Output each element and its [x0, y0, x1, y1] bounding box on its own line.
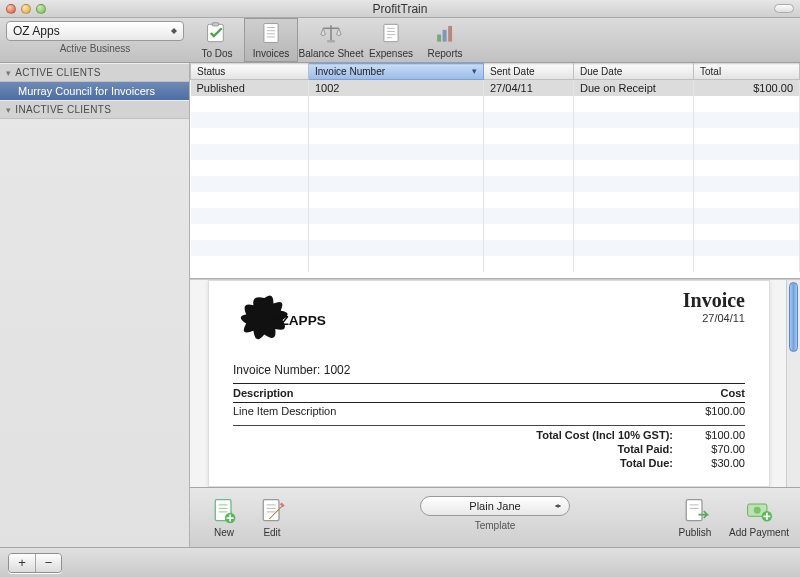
remove-client-button[interactable]: −	[35, 554, 61, 572]
invoice-preview: OZAPPS Invoice 27/04/11 Invoice Number: …	[190, 279, 800, 487]
table-row-empty	[191, 192, 800, 208]
close-window-button[interactable]	[6, 4, 16, 14]
sidebar-client-item[interactable]: Murray Council for Invoicers	[0, 82, 189, 100]
document-plus-icon	[209, 497, 239, 525]
cell-number: 1002	[309, 80, 484, 97]
company-logo: OZAPPS	[233, 289, 343, 349]
business-selector-value: OZ Apps	[13, 24, 60, 38]
add-client-button[interactable]: +	[9, 554, 35, 572]
svg-rect-15	[437, 34, 441, 41]
summary-total-cost: $100.00	[685, 429, 745, 441]
table-row-empty	[191, 240, 800, 256]
preview-invoice-number: Invoice Number: 1002	[233, 363, 745, 377]
toolbar-todos-label: To Dos	[201, 48, 232, 59]
line-description: Line Item Description	[233, 403, 665, 420]
titlebar: ProfitTrain	[0, 0, 800, 18]
todos-icon	[204, 22, 230, 46]
preview-col-cost: Cost	[665, 384, 745, 403]
svg-rect-2	[264, 23, 278, 42]
table-row-empty	[191, 128, 800, 144]
sidebar: ACTIVE CLIENTSMurray Council for Invoice…	[0, 63, 190, 547]
new-invoice-button[interactable]: New	[200, 497, 248, 538]
business-selector[interactable]: OZ Apps	[6, 21, 184, 41]
column-status[interactable]: Status	[191, 64, 309, 80]
column-due[interactable]: Due Date	[574, 64, 694, 80]
logo-text: OZAPPS	[270, 314, 326, 329]
minimize-window-button[interactable]	[21, 4, 31, 14]
toolbar-balance-label: Balance Sheet	[298, 48, 363, 59]
toolbar: OZ Apps Active Business To DosInvoicesBa…	[0, 18, 800, 63]
expenses-icon	[378, 22, 404, 46]
template-selector[interactable]: Plain Jane	[420, 496, 570, 516]
toolbar-expenses-label: Expenses	[369, 48, 413, 59]
summary-total-paid: $70.00	[685, 443, 745, 455]
add-remove-segment: + −	[8, 553, 62, 573]
preview-line-item: Line Item Description$100.00	[233, 403, 745, 420]
invoices-icon	[258, 22, 284, 46]
svg-point-32	[754, 507, 761, 514]
publish-button[interactable]: Publish	[664, 497, 726, 538]
add-payment-button[interactable]: Add Payment	[728, 497, 790, 538]
table-row-empty	[191, 224, 800, 240]
template-selector-label: Template	[420, 520, 570, 531]
svg-rect-27	[280, 503, 285, 508]
preview-col-description: Description	[233, 384, 665, 403]
toolbar-toggle-button[interactable]	[774, 4, 794, 13]
table-row-empty	[191, 208, 800, 224]
scrollbar-thumb[interactable]	[789, 282, 798, 352]
cell-sent: 27/04/11	[484, 80, 574, 97]
business-selector-area: OZ Apps Active Business	[0, 18, 190, 62]
sidebar-section-header[interactable]: INACTIVE CLIENTS	[0, 100, 189, 119]
toolbar-invoices-button[interactable]: Invoices	[244, 18, 298, 62]
summary-total-paid-label: Total Paid:	[618, 443, 673, 455]
svg-rect-9	[327, 40, 335, 42]
toolbar-reports-button[interactable]: Reports	[418, 18, 472, 62]
reports-icon	[432, 22, 458, 46]
table-row-empty	[191, 96, 800, 112]
column-sent[interactable]: Sent Date	[484, 64, 574, 80]
new-invoice-label: New	[214, 527, 234, 538]
edit-invoice-label: Edit	[263, 527, 280, 538]
money-plus-icon	[744, 497, 774, 525]
table-row[interactable]: Published100227/04/11Due on Receipt$100.…	[191, 80, 800, 97]
cell-status: Published	[191, 80, 309, 97]
toolbar-invoices-label: Invoices	[253, 48, 290, 59]
summary-total-due-label: Total Due:	[620, 457, 673, 469]
template-selector-value: Plain Jane	[469, 500, 520, 512]
preview-scrollbar[interactable]	[786, 280, 800, 487]
svg-rect-16	[443, 29, 447, 41]
balance-icon	[318, 22, 344, 46]
business-selector-label: Active Business	[6, 43, 184, 54]
table-row-empty	[191, 112, 800, 128]
toolbar-expenses-button[interactable]: Expenses	[364, 18, 418, 62]
line-cost: $100.00	[665, 403, 745, 420]
svg-rect-10	[384, 24, 398, 41]
column-number[interactable]: Invoice Number	[309, 64, 484, 80]
toolbar-todos-button[interactable]: To Dos	[190, 18, 244, 62]
svg-rect-28	[686, 500, 702, 521]
column-total[interactable]: Total	[694, 64, 800, 80]
toolbar-reports-label: Reports	[427, 48, 462, 59]
sidebar-section-header[interactable]: ACTIVE CLIENTS	[0, 63, 189, 82]
summary-total-due: $30.00	[685, 457, 745, 469]
edit-invoice-button[interactable]: Edit	[248, 497, 296, 538]
table-row-empty	[191, 256, 800, 272]
table-row-empty	[191, 144, 800, 160]
cell-due: Due on Receipt	[574, 80, 694, 97]
preview-title: Invoice	[683, 289, 745, 312]
svg-rect-17	[448, 25, 452, 41]
add-payment-label: Add Payment	[729, 527, 789, 538]
bottombar: New Edit Plain Jane Template	[190, 487, 800, 547]
main-area: StatusInvoice NumberSent DateDue DateTot…	[190, 63, 800, 547]
publish-label: Publish	[679, 527, 712, 538]
invoice-table: StatusInvoice NumberSent DateDue DateTot…	[190, 63, 800, 279]
zoom-window-button[interactable]	[36, 4, 46, 14]
footer: + −	[0, 547, 800, 577]
window-controls	[6, 4, 46, 14]
toolbar-balance-button[interactable]: Balance Sheet	[298, 18, 364, 62]
table-row-empty	[191, 160, 800, 176]
window-title: ProfitTrain	[0, 2, 800, 16]
cell-total: $100.00	[694, 80, 800, 97]
preview-date: 27/04/11	[683, 312, 745, 324]
document-pencil-icon	[257, 497, 287, 525]
